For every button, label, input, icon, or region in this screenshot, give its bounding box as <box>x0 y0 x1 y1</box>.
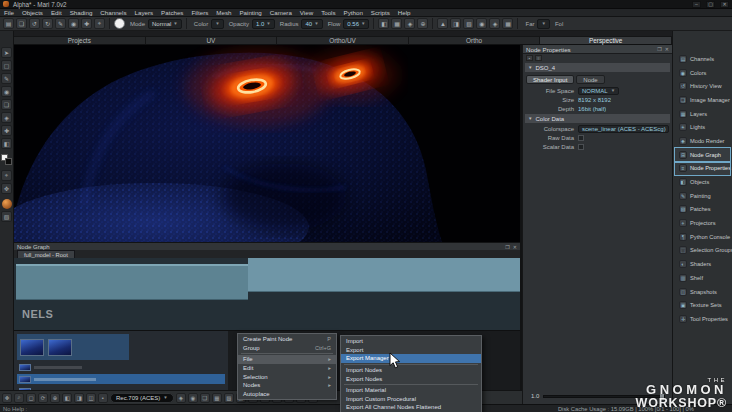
sidebar-item-layers[interactable]: ▦Layers <box>675 107 730 121</box>
menu-scripts[interactable]: Scripts <box>367 9 394 16</box>
sidebar-item-node-properties[interactable]: ≡Node Properties <box>675 162 730 176</box>
node-section-header[interactable]: ▼ DSO_4 <box>525 63 670 72</box>
float-panel-icon[interactable]: ❐ <box>657 46 661 52</box>
marquee-tool-icon[interactable]: ▢ <box>1 60 12 71</box>
pick-color-icon[interactable] <box>94 18 105 29</box>
snap-toggle-icon[interactable] <box>417 18 428 29</box>
shadow-mode-icon[interactable] <box>463 18 474 29</box>
raw-data-checkbox[interactable] <box>578 135 584 141</box>
menu-item-export[interactable]: Export <box>341 346 481 355</box>
node-block[interactable] <box>16 264 248 300</box>
color-data-section-header[interactable]: ▼ Color Data <box>525 114 670 123</box>
menu-shading[interactable]: Shading <box>66 9 97 16</box>
sidebar-item-patches[interactable]: ▧Patches <box>675 203 730 217</box>
tab-shader-input[interactable]: Shader Input <box>526 75 574 84</box>
sidebar-item-snapshots[interactable]: ◫Snapshots <box>675 285 730 299</box>
mask-toggle-icon[interactable] <box>391 18 402 29</box>
colorspace-select[interactable]: scene_linear (ACES - ACEScg) ▼ <box>578 125 669 133</box>
snap-icon[interactable]: ⊕ <box>50 393 60 403</box>
menu-edit[interactable]: Edit <box>47 9 66 16</box>
menu-layers[interactable]: Layers <box>131 9 158 16</box>
radius-field[interactable]: 40 ▼ <box>301 19 322 29</box>
gradient-tool-icon[interactable]: ◧ <box>1 138 12 149</box>
blend-mode-select[interactable]: Normal ▼ <box>148 19 182 29</box>
tab-uv[interactable]: UV <box>146 36 278 45</box>
menu-item-nodes[interactable]: Nodes▸ <box>238 381 336 390</box>
menu-item-import-material[interactable]: Import Material <box>341 386 481 395</box>
menu-camera[interactable]: Camera <box>266 9 296 16</box>
tab-node[interactable]: Node <box>576 75 604 84</box>
depth-mask-icon[interactable]: ▦ <box>212 393 222 403</box>
sidebar-item-modo-render[interactable]: ◈Modo Render <box>675 134 730 148</box>
sidebar-item-shaders[interactable]: ◐Shaders <box>675 257 730 271</box>
symmetry-icon[interactable]: ◫ <box>86 393 96 403</box>
sidebar-item-channels[interactable]: ▤Channels <box>675 52 730 66</box>
view-colorspace-select[interactable]: Rec.709 (ACES) ▼ <box>110 393 174 403</box>
menu-item-create-paint-node[interactable]: Create Paint NodeP <box>238 335 336 344</box>
close-panel-icon[interactable]: ✕ <box>513 244 517 250</box>
mirror-toggle-icon[interactable] <box>502 18 513 29</box>
menu-item-autoplace[interactable]: Autoplace <box>238 390 336 399</box>
sidebar-item-shelf[interactable]: ▥Shelf <box>675 271 730 285</box>
menu-item-edit[interactable]: Edit▸ <box>238 364 336 373</box>
sidebar-item-python-console[interactable]: ¶Python Console <box>675 230 730 244</box>
zoom-icon[interactable]: ⌕ <box>14 393 24 403</box>
edge-mask-icon[interactable]: ▧ <box>224 393 234 403</box>
wireframe-toggle-icon[interactable] <box>476 18 487 29</box>
lock-view-icon[interactable]: ▪ <box>98 393 108 403</box>
maximize-button[interactable]: ▢ <box>706 1 715 8</box>
shader-ball-icon[interactable] <box>2 199 12 209</box>
sidebar-item-tool-properties[interactable]: ✛Tool Properties <box>675 312 730 326</box>
eraser-icon[interactable] <box>68 18 79 29</box>
eraser-tool-icon[interactable]: ◉ <box>1 86 12 97</box>
undo-icon[interactable] <box>29 18 40 29</box>
menu-mesh[interactable]: Mesh <box>212 9 235 16</box>
sidebar-item-objects[interactable]: ◧Objects <box>675 175 730 189</box>
float-panel-icon[interactable]: ❐ <box>505 244 509 250</box>
close-button[interactable]: ✕ <box>720 1 729 8</box>
tab-ortho-uv[interactable]: Ortho/UV <box>277 36 409 45</box>
node-block[interactable] <box>248 258 520 292</box>
menu-tools[interactable]: Tools <box>317 9 339 16</box>
menu-file[interactable]: File <box>0 9 18 16</box>
tab-projects[interactable]: Projects <box>14 36 146 45</box>
symmetry-toggle-icon[interactable] <box>404 18 415 29</box>
eyedropper-tool-icon[interactable]: ⌖ <box>1 170 12 181</box>
scalar-data-checkbox[interactable] <box>578 144 584 150</box>
node-graph-tab[interactable]: full_model - Root <box>17 250 75 258</box>
menu-filters[interactable]: Filters <box>187 9 212 16</box>
foreground-color-swatch[interactable] <box>114 18 125 29</box>
menu-item-export-nodes[interactable]: Export Nodes <box>341 374 481 383</box>
projection-toggle-icon[interactable] <box>378 18 389 29</box>
fg-bg-color-swatch[interactable] <box>1 154 12 165</box>
channel-thumbnail[interactable] <box>48 339 72 356</box>
channel-item-selected[interactable] <box>17 334 129 360</box>
new-project-icon[interactable] <box>3 18 14 29</box>
menu-item-export-manager[interactable]: Export Manager <box>341 354 481 363</box>
paint-brush-icon[interactable] <box>55 18 66 29</box>
menu-item-import-nodes[interactable]: Import Nodes <box>341 366 481 375</box>
opacity-field[interactable]: 1.0 ▼ <box>252 19 275 29</box>
menu-patches[interactable]: Patches <box>157 9 187 16</box>
sidebar-item-history-view[interactable]: ↺History View <box>675 79 730 93</box>
menu-painting[interactable]: Painting <box>235 9 265 16</box>
menu-item-file[interactable]: File▸ <box>238 355 336 364</box>
viewport-3d[interactable] <box>14 45 520 242</box>
tab-perspective[interactable]: Perspective <box>540 36 672 45</box>
close-panel-icon[interactable]: ✕ <box>665 46 669 52</box>
menu-item-import-custom-procedural[interactable]: Import Custom Procedural <box>341 395 481 404</box>
menu-item-group[interactable]: GroupCtrl+G <box>238 344 336 353</box>
menu-help[interactable]: Help <box>394 9 415 16</box>
paint-buffer-icon[interactable]: ❏ <box>200 393 210 403</box>
camera-up-icon[interactable] <box>437 18 448 29</box>
sidebar-item-selection-groups[interactable]: ⬚Selection Groups <box>675 244 730 258</box>
menu-item-export-all-channel-nodes-flattened[interactable]: Export All Channel Nodes Flattened <box>341 403 481 412</box>
sidebar-item-colors[interactable]: ◉Colors <box>675 66 730 80</box>
color-select[interactable]: ▼ <box>211 19 223 29</box>
sidebar-item-lights[interactable]: ☀Lights <box>675 120 730 134</box>
lighting-mode-icon[interactable] <box>450 18 461 29</box>
list-icon[interactable]: ≡ <box>535 55 542 61</box>
menu-objects[interactable]: Objects <box>18 9 47 16</box>
sidebar-item-texture-sets[interactable]: ▣Texture Sets <box>675 298 730 312</box>
tab-ortho[interactable]: Ortho <box>409 36 541 45</box>
